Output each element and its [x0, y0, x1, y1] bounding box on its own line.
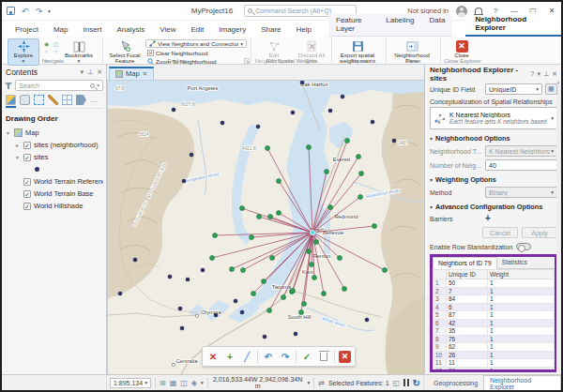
table-row[interactable]: 8761	[434, 335, 555, 343]
neighbor-point[interactable]	[266, 146, 270, 151]
contents-pin-icon[interactable]: ⊥	[87, 68, 93, 76]
site-point[interactable]	[221, 121, 224, 125]
row-standardization-toggle[interactable]	[516, 243, 531, 250]
table-row[interactable]: 9621	[434, 343, 555, 352]
layer-visibility-checkbox[interactable]: ✓	[23, 203, 31, 210]
site-point[interactable]	[180, 326, 184, 330]
tree-item-sites-neighborhood-[interactable]: ▸✓sites (neighborhood)	[5, 139, 103, 151]
save-icon[interactable]	[6, 6, 16, 16]
neighborhood-type-combo[interactable]: K Nearest Neighbors ▾	[485, 145, 557, 157]
finish-edits-button[interactable]: ✓	[300, 350, 313, 363]
neighbor-point[interactable]	[373, 224, 377, 229]
pause-drawing-button[interactable]	[403, 379, 409, 386]
status-tools-caret[interactable]: ▾	[201, 380, 204, 385]
site-point[interactable]	[214, 313, 218, 317]
site-point[interactable]	[118, 292, 122, 295]
site-point[interactable]	[240, 310, 244, 314]
map-coordinates[interactable]: 2,016,533.44W 2,942,096.34N m	[212, 376, 304, 389]
neighbor-point[interactable]	[314, 240, 319, 245]
full-extent-icon[interactable]: ◉	[42, 40, 51, 48]
map-scale-combo[interactable]: 1:895,134 ▾	[110, 378, 151, 388]
neighbor-point[interactable]	[291, 289, 296, 294]
contents-close-icon[interactable]: ✕	[97, 68, 102, 76]
neighbor-point[interactable]	[250, 235, 254, 240]
layer-visibility-checkbox[interactable]: ✓	[23, 178, 31, 186]
tab-share[interactable]: Share	[253, 23, 288, 37]
tree-item-world-terrain-reference[interactable]: ✓World Terrain Reference	[5, 175, 103, 188]
site-point[interactable]	[256, 125, 260, 128]
neighbor-point[interactable]	[312, 276, 317, 280]
neighbor-point[interactable]	[357, 155, 361, 159]
expander-icon[interactable]: ▾	[14, 154, 21, 160]
site-point[interactable]	[392, 139, 396, 143]
tab-project[interactable]: Project	[8, 23, 46, 37]
split-view-icon[interactable]: ◫	[180, 379, 188, 387]
tab-neighbors-of-id[interactable]: Neighbors of ID 79	[433, 257, 497, 269]
table-row[interactable]: 12991	[434, 367, 555, 369]
sites-point-symbol[interactable]	[35, 167, 39, 172]
neighbor-point[interactable]	[383, 268, 388, 273]
neighbor-point[interactable]	[302, 302, 307, 307]
tab-neighborhood-explorer[interactable]: Neighborhood Explorer	[465, 13, 561, 37]
table-row[interactable]: 11111	[434, 359, 555, 368]
site-point[interactable]	[234, 299, 237, 303]
tab-imagery[interactable]: Imagery	[211, 23, 253, 37]
layers-status-icon[interactable]: ▦	[170, 379, 177, 387]
tree-item-world-terrain-base[interactable]: ✓World Terrain Base	[5, 188, 103, 200]
neighbor-point[interactable]	[241, 268, 246, 273]
neighbor-point[interactable]	[213, 234, 218, 238]
site-point[interactable]	[365, 318, 369, 322]
undo-edit-button[interactable]: ↶	[262, 350, 275, 363]
neighbor-point[interactable]	[267, 309, 272, 313]
apply-button[interactable]: Apply	[522, 227, 557, 238]
pane-tab-geoprocessing[interactable]: Geoprocessing	[428, 375, 483, 390]
zoom-keys-icon[interactable]: ⌗	[42, 49, 51, 56]
contents-search-input[interactable]: Search ▾	[15, 80, 103, 91]
tab-insert[interactable]: Insert	[75, 23, 109, 37]
neighbor-point[interactable]	[282, 295, 286, 300]
avatar[interactable]	[456, 6, 467, 17]
focal-point[interactable]	[310, 230, 314, 234]
table-row[interactable]: 6421	[434, 319, 555, 327]
neighbor-point[interactable]	[338, 256, 342, 261]
close-explorer-button[interactable]: ✕ Close	[445, 38, 479, 60]
explore-group-launcher[interactable]: ↘	[244, 58, 250, 64]
list-by-editing-icon[interactable]	[48, 95, 58, 105]
number-of-neighbors-input[interactable]: 40	[485, 159, 557, 171]
section-weighting-options[interactable]: ▾ Weighting Options	[430, 175, 557, 184]
site-point[interactable]	[300, 81, 304, 84]
close-edit-toolbar-button[interactable]: ✕	[339, 351, 351, 363]
site-point[interactable]	[133, 258, 137, 262]
neighbor-point[interactable]	[299, 310, 304, 315]
neighbor-point[interactable]	[251, 292, 256, 296]
neighbor-point[interactable]	[257, 215, 262, 219]
add-neighbor-button[interactable]: +	[223, 350, 236, 363]
neighbor-point[interactable]	[359, 172, 364, 176]
clear-neighborhood-button[interactable]: Clear Neighborhood	[145, 49, 247, 56]
map-document-tab[interactable]: Map ✕	[109, 67, 154, 80]
view-neighbors-dropdown[interactable]: View Neighbors and Connections ▾	[145, 39, 247, 48]
neighbor-point[interactable]	[268, 215, 273, 219]
list-by-selection-icon[interactable]	[34, 95, 44, 105]
panel-help-icon[interactable]: ?	[531, 70, 535, 78]
attribute-table-icon[interactable]: ◱	[393, 379, 401, 387]
site-point[interactable]	[172, 108, 175, 112]
method-combo[interactable]: Binary ▾	[485, 187, 557, 198]
redo-icon[interactable]: ↷	[34, 6, 44, 16]
neighbor-point[interactable]	[210, 256, 215, 261]
tab-help[interactable]: Help	[289, 23, 319, 37]
table-row[interactable]: 7351	[434, 327, 555, 336]
layer-visibility-checkbox[interactable]: ✓	[23, 154, 31, 161]
tab-map[interactable]: Map	[46, 23, 76, 37]
cancel-button[interactable]: Cancel	[482, 227, 518, 238]
expander-icon[interactable]: ▸	[14, 142, 21, 148]
map-canvas[interactable]: OLYMPIC MOUNTAINSDungeness RiverSkykomis…	[107, 81, 424, 374]
site-point[interactable]	[182, 179, 186, 183]
conceptualization-combo[interactable]: K Nearest Neighbors Each feature gets K …	[430, 107, 557, 129]
contents-menu-icon[interactable]: ▾	[81, 68, 84, 76]
section-advanced-options[interactable]: ▾ Advanced Configuration Options	[430, 203, 557, 211]
redo-edit-button[interactable]: ↷	[279, 350, 292, 363]
draw-connection-button[interactable]: ╱	[240, 350, 253, 363]
site-point[interactable]	[341, 95, 344, 98]
site-point[interactable]	[190, 153, 193, 157]
